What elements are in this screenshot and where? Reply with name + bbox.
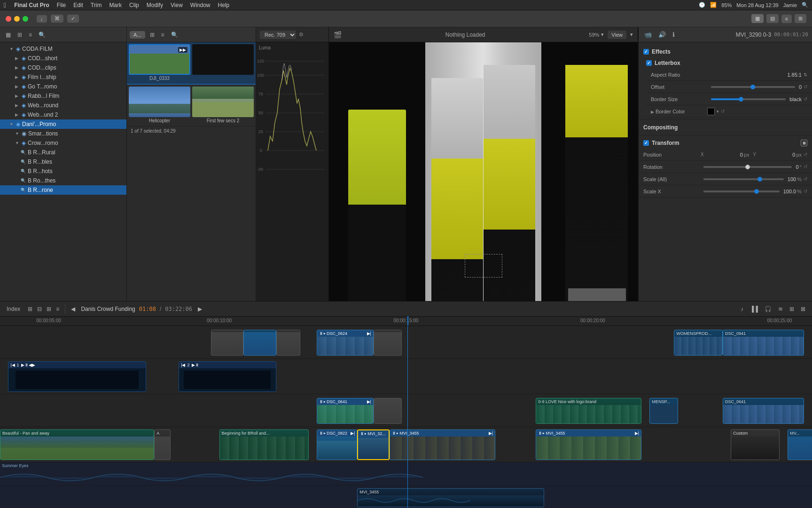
tl-view-1[interactable]: ⊞ — [26, 305, 34, 313]
track-clip-mvi32-selected[interactable]: ⏸▶ MVI_32... — [357, 429, 390, 460]
rotation-slider[interactable] — [703, 166, 792, 168]
tree-item-br-rural[interactable]: 🔍 B R...Rural — [0, 148, 126, 157]
clip-thumb-firstsecs[interactable] — [192, 87, 254, 117]
border-size-slider[interactable] — [711, 98, 786, 100]
tl-clip-btn[interactable]: ⊠ — [799, 305, 807, 313]
menu-trim[interactable]: Trim — [87, 1, 105, 9]
scale-all-value[interactable]: 100 — [788, 176, 796, 182]
x-value[interactable]: 0 — [740, 152, 743, 158]
view-filmstrip-btn[interactable]: ▤ — [766, 14, 779, 23]
track-clip-a[interactable]: A — [154, 429, 171, 460]
tree-item-web-round[interactable]: ▶ ◈ Web...round — [0, 101, 126, 110]
tree-item-web-2[interactable]: ▶ ◈ Web...und 2 — [0, 110, 126, 119]
tree-item-rabbit-film[interactable]: ▶ ◈ Rabb...l Film — [0, 91, 126, 101]
tl-audio-btn[interactable]: ♪ — [739, 305, 745, 313]
border-size-reset-btn[interactable]: ↺ — [804, 96, 807, 102]
border-color-swatch[interactable] — [707, 108, 715, 115]
border-color-expand[interactable]: ▶ — [651, 110, 654, 114]
inspector-audio-btn[interactable]: 🔊 — [656, 30, 668, 39]
scope-settings-btn[interactable]: ⚙ — [299, 32, 304, 38]
track-clip-mvi3455-audio[interactable]: MVI_3455 — [357, 488, 544, 507]
track-clip-main2[interactable]: |◀ 2 ▶⏸ — [179, 361, 276, 392]
tl-back-btn[interactable]: ◀ — [69, 305, 77, 313]
rotation-value[interactable]: 0 — [796, 164, 798, 170]
y-value[interactable]: 0 — [792, 152, 795, 158]
library-filter-btn[interactable]: ≡ — [27, 31, 34, 39]
back-button[interactable]: ↓ — [37, 15, 47, 23]
track-clip-gray5[interactable] — [374, 398, 402, 424]
view-list-btn[interactable]: ≡ — [781, 15, 792, 23]
library-view-btn2[interactable]: ⊞ — [16, 31, 24, 39]
tl-wave-btn[interactable]: ≋ — [776, 305, 785, 313]
fullscreen-button[interactable] — [23, 16, 28, 22]
border-size-value[interactable]: black — [789, 96, 802, 102]
clip-thumb-heli[interactable] — [129, 87, 190, 117]
aspect-ratio-stepper[interactable]: ⇅ — [804, 72, 807, 77]
track-clip-mvi3455-2[interactable]: ⏸▶ MVI_3455 ▶| — [536, 429, 641, 460]
tl-view-3[interactable]: ⊞ — [45, 305, 53, 313]
menu-mark[interactable]: Mark — [106, 1, 125, 9]
track-clip-custom[interactable]: Custom — [731, 429, 780, 460]
menu-modify[interactable]: Modify — [143, 1, 166, 9]
menu-edit[interactable]: Edit — [70, 1, 86, 9]
inspector-info-btn[interactable]: ℹ — [671, 30, 677, 39]
tree-item-br-bles[interactable]: 🔍 B R...bles — [0, 157, 126, 167]
tl-view-4[interactable]: ≡ — [54, 305, 61, 313]
menu-file[interactable]: File — [54, 1, 69, 9]
menu-view[interactable]: View — [167, 1, 186, 9]
effects-checkbox[interactable]: ✓ — [643, 49, 649, 55]
timeline-index-btn[interactable]: Index — [5, 305, 22, 313]
search-browser-btn[interactable]: 🔍 — [169, 31, 180, 39]
position-reset-btn[interactable]: ↺ — [804, 152, 807, 157]
search-icon[interactable]: 🔍 — [802, 2, 808, 8]
track-clip-main1[interactable]: |◀ 1 ▶⏸◀▶ — [8, 361, 146, 392]
letterbox-checkbox[interactable]: ✓ — [646, 60, 652, 66]
menu-window[interactable]: Window — [187, 1, 214, 9]
aspect-ratio-value[interactable]: 1.85:1 — [787, 72, 802, 78]
sort-button[interactable]: A... — [130, 31, 145, 39]
border-color-reset-btn[interactable]: ↺ — [721, 109, 725, 114]
tree-item-crowd-romo[interactable]: ▼ ◈ Crow...romo — [0, 138, 126, 148]
track-clip-beginning[interactable]: Beginning for BRoll and... — [219, 429, 309, 460]
scale-x-reset-btn[interactable]: ↺ — [804, 189, 807, 194]
scale-x-slider[interactable] — [703, 190, 780, 192]
scale-all-reset-btn[interactable]: ↺ — [804, 176, 807, 182]
zoom-dropdown-arrow[interactable]: ▾ — [601, 32, 604, 38]
tree-item-dani-promo[interactable]: ▼ ◈ Dani'...Promo — [0, 119, 126, 129]
tl-meter-btn[interactable]: ▐▐ — [748, 305, 760, 313]
clip-thumb-dji[interactable]: ▶▶ — [129, 44, 190, 75]
tree-item-br-rone[interactable]: 🔍 B R...rone — [0, 185, 126, 195]
track-clip-gray3[interactable] — [276, 330, 301, 356]
tree-item-coda-film[interactable]: ▼ ◈ CODA FILM — [0, 44, 126, 54]
preview-dropdown-arrow[interactable]: ▾ — [630, 32, 633, 38]
tl-grid-btn[interactable]: ⊞ — [788, 305, 796, 313]
track-clip-dsc0641[interactable]: ⏸▶ DSC_0641 ▶| — [317, 398, 374, 424]
scale-all-slider[interactable] — [703, 178, 784, 180]
tree-item-br-hots[interactable]: 🔍 B R...hots — [0, 167, 126, 176]
track-clip-dsc0822[interactable]: ⏸▶ DSC_0822 ▶| — [317, 429, 357, 460]
menu-fcp[interactable]: Final Cut Pro — [11, 1, 53, 9]
tree-item-film-ship[interactable]: ▶ ◈ Film l...ship — [0, 72, 126, 82]
track-clip-gray1[interactable] — [211, 330, 243, 356]
track-clip-womensprod[interactable]: WOMENSPROD... — [674, 330, 723, 356]
preview-view-btn[interactable]: View — [608, 31, 626, 39]
clip-thumb-empty[interactable] — [192, 44, 254, 75]
track-clip-dsc0941[interactable]: DSC_0941 — [723, 330, 804, 356]
tree-item-cod-short[interactable]: ▶ ◈ COD...short — [0, 54, 126, 63]
track-clip-beautiful[interactable]: Beautiful - Pan and away — [0, 429, 154, 460]
offset-slider[interactable] — [711, 86, 795, 88]
rotation-reset-btn[interactable]: ↺ — [804, 164, 807, 169]
zoom-value[interactable]: 59% — [589, 32, 599, 38]
track-clip-gray2[interactable] — [243, 330, 276, 356]
track-clip-mensp[interactable]: MENSP... — [649, 398, 678, 424]
library-view-btn1[interactable]: ▦ — [4, 31, 13, 39]
offset-reset-btn[interactable]: ↺ — [804, 84, 807, 89]
menu-clip[interactable]: Clip — [126, 1, 142, 9]
tl-view-2[interactable]: ⊟ — [35, 305, 44, 313]
track-clip-dsc0624[interactable]: ⏸▶ DSC_0624 ▶| — [317, 330, 374, 356]
view-grid-btn[interactable]: ▦ — [751, 14, 764, 23]
offset-value[interactable]: 0 — [799, 84, 802, 90]
transform-icon[interactable]: ⊠ — [801, 140, 807, 146]
tree-item-go-romo[interactable]: ▶ ◈ Go T...romo — [0, 82, 126, 91]
tree-item-cod-clips[interactable]: ▶ ◈ COD...clips — [0, 63, 126, 72]
